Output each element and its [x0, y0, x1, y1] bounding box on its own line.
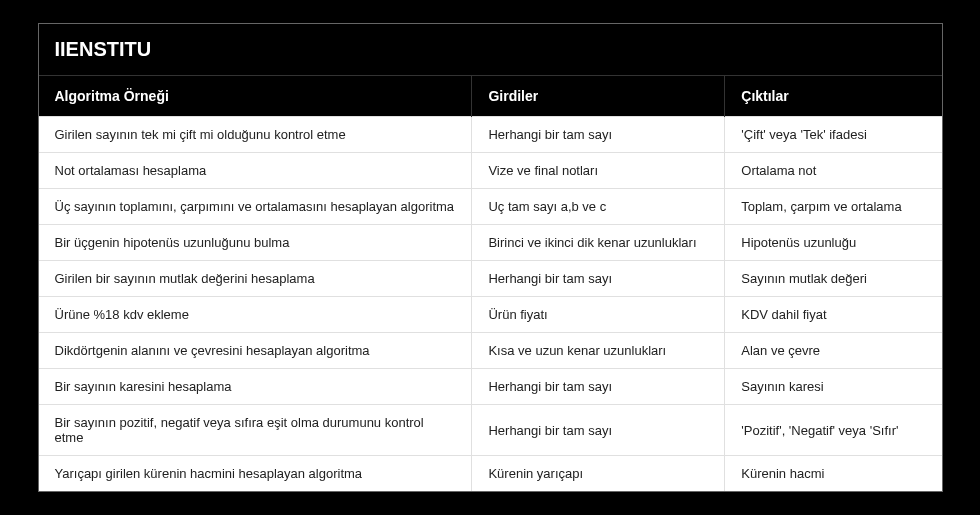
table-row: Girilen sayının tek mi çift mi olduğunu …: [39, 117, 942, 153]
cell-outputs: KDV dahil fiyat: [725, 297, 942, 333]
cell-outputs: Kürenin hacmi: [725, 456, 942, 492]
algorithm-table-card: IIENSTITU Algoritma Örneği Girdiler Çıkt…: [38, 23, 943, 492]
cell-example: Not ortalaması hesaplama: [39, 153, 472, 189]
cell-inputs: Herhangi bir tam sayı: [472, 117, 725, 153]
card-title: IIENSTITU: [39, 24, 942, 76]
table-row: Ürüne %18 kdv eklemeÜrün fiyatıKDV dahil…: [39, 297, 942, 333]
cell-inputs: Vize ve final notları: [472, 153, 725, 189]
cell-example: Yarıçapı girilen kürenin hacmini hesapla…: [39, 456, 472, 492]
table-row: Yarıçapı girilen kürenin hacmini hesapla…: [39, 456, 942, 492]
cell-example: Bir üçgenin hipotenüs uzunluğunu bulma: [39, 225, 472, 261]
cell-inputs: Herhangi bir tam sayı: [472, 405, 725, 456]
cell-example: Üç sayının toplamını, çarpımını ve ortal…: [39, 189, 472, 225]
table-row: Girilen bir sayının mutlak değerini hesa…: [39, 261, 942, 297]
col-header-example: Algoritma Örneği: [39, 76, 472, 117]
cell-outputs: Sayının karesi: [725, 369, 942, 405]
cell-inputs: Kürenin yarıçapı: [472, 456, 725, 492]
table-row: Üç sayının toplamını, çarpımını ve ortal…: [39, 189, 942, 225]
col-header-inputs: Girdiler: [472, 76, 725, 117]
cell-outputs: Ortalama not: [725, 153, 942, 189]
cell-inputs: Herhangi bir tam sayı: [472, 369, 725, 405]
cell-outputs: 'Pozitif', 'Negatif' veya 'Sıfır': [725, 405, 942, 456]
table-row: Bir sayının pozitif, negatif veya sıfıra…: [39, 405, 942, 456]
cell-example: Ürüne %18 kdv ekleme: [39, 297, 472, 333]
cell-example: Girilen bir sayının mutlak değerini hesa…: [39, 261, 472, 297]
table-row: Bir sayının karesini hesaplamaHerhangi b…: [39, 369, 942, 405]
cell-outputs: Hipotenüs uzunluğu: [725, 225, 942, 261]
algorithm-table: Algoritma Örneği Girdiler Çıktılar Giril…: [39, 76, 942, 491]
table-header-row: Algoritma Örneği Girdiler Çıktılar: [39, 76, 942, 117]
cell-example: Girilen sayının tek mi çift mi olduğunu …: [39, 117, 472, 153]
table-row: Not ortalaması hesaplamaVize ve final no…: [39, 153, 942, 189]
cell-inputs: Herhangi bir tam sayı: [472, 261, 725, 297]
cell-outputs: 'Çift' veya 'Tek' ifadesi: [725, 117, 942, 153]
table-row: Dikdörtgenin alanını ve çevresini hesapl…: [39, 333, 942, 369]
cell-example: Bir sayının karesini hesaplama: [39, 369, 472, 405]
cell-inputs: Kısa ve uzun kenar uzunlukları: [472, 333, 725, 369]
cell-outputs: Sayının mutlak değeri: [725, 261, 942, 297]
cell-inputs: Birinci ve ikinci dik kenar uzunlukları: [472, 225, 725, 261]
cell-inputs: Uç tam sayı a,b ve c: [472, 189, 725, 225]
cell-example: Dikdörtgenin alanını ve çevresini hesapl…: [39, 333, 472, 369]
cell-inputs: Ürün fiyatı: [472, 297, 725, 333]
cell-outputs: Toplam, çarpım ve ortalama: [725, 189, 942, 225]
table-row: Bir üçgenin hipotenüs uzunluğunu bulmaBi…: [39, 225, 942, 261]
col-header-outputs: Çıktılar: [725, 76, 942, 117]
cell-outputs: Alan ve çevre: [725, 333, 942, 369]
cell-example: Bir sayının pozitif, negatif veya sıfıra…: [39, 405, 472, 456]
